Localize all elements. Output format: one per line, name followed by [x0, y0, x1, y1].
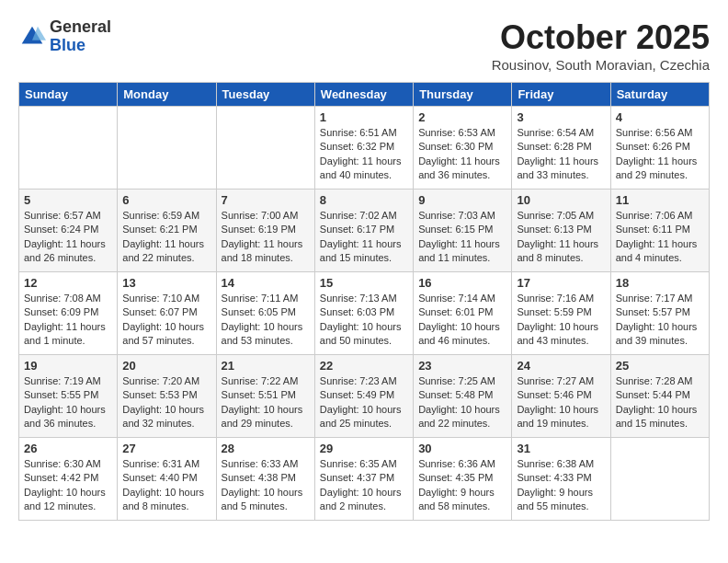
calendar-day-cell: 7Sunrise: 7:00 AM Sunset: 6:19 PM Daylig… [216, 190, 314, 272]
day-number: 8 [320, 193, 408, 207]
logo: General Blue [18, 18, 111, 55]
page-header: General Blue October 2025 Rousinov, Sout… [18, 18, 710, 73]
weekday-header: Wednesday [314, 83, 413, 107]
day-info: Sunrise: 7:03 AM Sunset: 6:15 PM Dayligh… [418, 209, 506, 266]
day-number: 19 [24, 359, 112, 373]
day-number: 6 [122, 193, 210, 207]
day-number: 15 [320, 276, 408, 290]
day-info: Sunrise: 6:57 AM Sunset: 6:24 PM Dayligh… [24, 209, 112, 266]
calendar-day-cell: 5Sunrise: 6:57 AM Sunset: 6:24 PM Daylig… [19, 190, 118, 272]
day-number: 17 [517, 276, 605, 290]
calendar-day-cell: 9Sunrise: 7:03 AM Sunset: 6:15 PM Daylig… [414, 190, 512, 272]
day-info: Sunrise: 6:30 AM Sunset: 4:42 PM Dayligh… [24, 457, 112, 514]
logo-icon [18, 23, 46, 51]
calendar-day-cell: 27Sunrise: 6:31 AM Sunset: 4:40 PM Dayli… [118, 438, 216, 521]
day-info: Sunrise: 7:25 AM Sunset: 5:48 PM Dayligh… [418, 374, 506, 431]
day-info: Sunrise: 6:38 AM Sunset: 4:33 PM Dayligh… [517, 457, 605, 514]
day-number: 16 [418, 276, 506, 290]
calendar-table: SundayMondayTuesdayWednesdayThursdayFrid… [18, 82, 710, 521]
day-info: Sunrise: 7:16 AM Sunset: 5:59 PM Dayligh… [517, 292, 605, 349]
calendar-day-cell [19, 107, 118, 190]
weekday-header: Sunday [19, 83, 118, 107]
day-number: 18 [616, 276, 704, 290]
calendar-day-cell: 24Sunrise: 7:27 AM Sunset: 5:46 PM Dayli… [512, 355, 610, 438]
calendar-day-cell: 3Sunrise: 6:54 AM Sunset: 6:28 PM Daylig… [512, 107, 610, 190]
calendar-day-cell: 13Sunrise: 7:10 AM Sunset: 6:07 PM Dayli… [118, 272, 216, 355]
calendar-day-cell: 6Sunrise: 6:59 AM Sunset: 6:21 PM Daylig… [118, 190, 216, 272]
calendar-day-cell [118, 107, 216, 190]
month-title: October 2025 [492, 18, 710, 57]
calendar-day-cell: 12Sunrise: 7:08 AM Sunset: 6:09 PM Dayli… [19, 272, 118, 355]
calendar-week-row: 1Sunrise: 6:51 AM Sunset: 6:32 PM Daylig… [19, 107, 710, 190]
calendar-day-cell: 17Sunrise: 7:16 AM Sunset: 5:59 PM Dayli… [512, 272, 610, 355]
weekday-header: Saturday [610, 83, 709, 107]
day-number: 23 [418, 359, 506, 373]
day-info: Sunrise: 7:23 AM Sunset: 5:49 PM Dayligh… [320, 374, 408, 431]
calendar-day-cell: 30Sunrise: 6:36 AM Sunset: 4:35 PM Dayli… [414, 438, 512, 521]
day-number: 25 [616, 359, 704, 373]
calendar-day-cell: 20Sunrise: 7:20 AM Sunset: 5:53 PM Dayli… [118, 355, 216, 438]
day-number: 7 [222, 193, 310, 207]
day-number: 3 [517, 110, 605, 124]
logo-general: General [50, 18, 111, 37]
day-info: Sunrise: 7:13 AM Sunset: 6:03 PM Dayligh… [320, 292, 408, 349]
calendar-day-cell: 14Sunrise: 7:11 AM Sunset: 6:05 PM Dayli… [216, 272, 314, 355]
day-number: 1 [320, 110, 408, 124]
location: Rousinov, South Moravian, Czechia [492, 57, 710, 73]
day-info: Sunrise: 6:59 AM Sunset: 6:21 PM Dayligh… [122, 209, 210, 266]
calendar-week-row: 12Sunrise: 7:08 AM Sunset: 6:09 PM Dayli… [19, 272, 710, 355]
day-info: Sunrise: 7:08 AM Sunset: 6:09 PM Dayligh… [24, 292, 112, 349]
calendar-week-row: 26Sunrise: 6:30 AM Sunset: 4:42 PM Dayli… [19, 438, 710, 521]
day-info: Sunrise: 7:28 AM Sunset: 5:44 PM Dayligh… [616, 374, 704, 431]
day-info: Sunrise: 7:00 AM Sunset: 6:19 PM Dayligh… [222, 209, 310, 266]
weekday-header: Monday [118, 83, 216, 107]
day-number: 26 [24, 442, 112, 455]
day-number: 2 [418, 110, 506, 124]
calendar-day-cell: 18Sunrise: 7:17 AM Sunset: 5:57 PM Dayli… [610, 272, 709, 355]
day-info: Sunrise: 6:54 AM Sunset: 6:28 PM Dayligh… [517, 126, 605, 183]
day-number: 28 [222, 442, 310, 455]
calendar-day-cell: 22Sunrise: 7:23 AM Sunset: 5:49 PM Dayli… [314, 355, 413, 438]
day-number: 29 [320, 442, 408, 455]
day-info: Sunrise: 7:02 AM Sunset: 6:17 PM Dayligh… [320, 209, 408, 266]
day-number: 22 [320, 359, 408, 373]
weekday-header-row: SundayMondayTuesdayWednesdayThursdayFrid… [19, 83, 710, 107]
calendar-day-cell: 8Sunrise: 7:02 AM Sunset: 6:17 PM Daylig… [314, 190, 413, 272]
calendar-day-cell: 11Sunrise: 7:06 AM Sunset: 6:11 PM Dayli… [610, 190, 709, 272]
calendar-day-cell: 2Sunrise: 6:53 AM Sunset: 6:30 PM Daylig… [414, 107, 512, 190]
day-info: Sunrise: 6:31 AM Sunset: 4:40 PM Dayligh… [122, 457, 210, 514]
day-info: Sunrise: 7:11 AM Sunset: 6:05 PM Dayligh… [222, 292, 310, 349]
day-info: Sunrise: 7:14 AM Sunset: 6:01 PM Dayligh… [418, 292, 506, 349]
day-info: Sunrise: 6:35 AM Sunset: 4:37 PM Dayligh… [320, 457, 408, 514]
calendar-day-cell: 25Sunrise: 7:28 AM Sunset: 5:44 PM Dayli… [610, 355, 709, 438]
calendar-day-cell: 15Sunrise: 7:13 AM Sunset: 6:03 PM Dayli… [314, 272, 413, 355]
logo-blue: Blue [50, 37, 111, 55]
day-info: Sunrise: 7:22 AM Sunset: 5:51 PM Dayligh… [222, 374, 310, 431]
weekday-header: Friday [512, 83, 610, 107]
day-info: Sunrise: 7:19 AM Sunset: 5:55 PM Dayligh… [24, 374, 112, 431]
calendar-day-cell: 31Sunrise: 6:38 AM Sunset: 4:33 PM Dayli… [512, 438, 610, 521]
calendar-day-cell: 1Sunrise: 6:51 AM Sunset: 6:32 PM Daylig… [314, 107, 413, 190]
day-number: 30 [418, 442, 506, 455]
calendar-day-cell: 23Sunrise: 7:25 AM Sunset: 5:48 PM Dayli… [414, 355, 512, 438]
weekday-header: Thursday [414, 83, 512, 107]
day-number: 27 [122, 442, 210, 455]
day-info: Sunrise: 7:17 AM Sunset: 5:57 PM Dayligh… [616, 292, 704, 349]
day-info: Sunrise: 6:56 AM Sunset: 6:26 PM Dayligh… [616, 126, 704, 183]
calendar-day-cell: 28Sunrise: 6:33 AM Sunset: 4:38 PM Dayli… [216, 438, 314, 521]
calendar-day-cell: 29Sunrise: 6:35 AM Sunset: 4:37 PM Dayli… [314, 438, 413, 521]
calendar-week-row: 19Sunrise: 7:19 AM Sunset: 5:55 PM Dayli… [19, 355, 710, 438]
day-info: Sunrise: 6:36 AM Sunset: 4:35 PM Dayligh… [418, 457, 506, 514]
calendar-day-cell: 4Sunrise: 6:56 AM Sunset: 6:26 PM Daylig… [610, 107, 709, 190]
day-number: 9 [418, 193, 506, 207]
calendar-day-cell: 21Sunrise: 7:22 AM Sunset: 5:51 PM Dayli… [216, 355, 314, 438]
title-block: October 2025 Rousinov, South Moravian, C… [492, 18, 710, 73]
calendar-day-cell [216, 107, 314, 190]
logo-text: General Blue [50, 18, 111, 55]
calendar-day-cell: 19Sunrise: 7:19 AM Sunset: 5:55 PM Dayli… [19, 355, 118, 438]
day-number: 20 [122, 359, 210, 373]
day-info: Sunrise: 6:33 AM Sunset: 4:38 PM Dayligh… [222, 457, 310, 514]
day-number: 24 [517, 359, 605, 373]
day-number: 21 [222, 359, 310, 373]
day-number: 14 [222, 276, 310, 290]
